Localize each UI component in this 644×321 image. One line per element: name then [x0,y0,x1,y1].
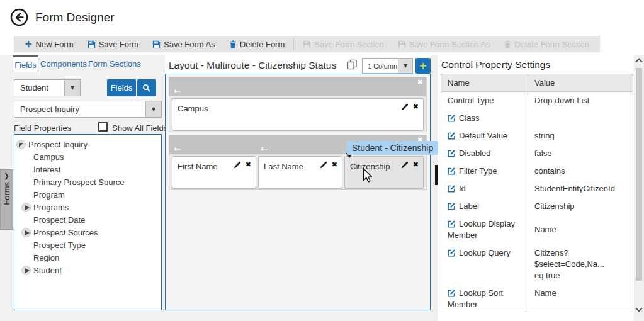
chevron-down-icon[interactable]: ▼ [145,101,161,117]
tab-fields[interactable]: Fields [13,55,38,72]
toolbar-separator [293,38,294,50]
collapse-icon[interactable] [16,140,26,149]
edit-icon[interactable] [401,161,409,169]
copy-icon[interactable] [347,59,358,70]
expand-icon[interactable] [21,228,31,237]
tree-item-primary-prospect-source[interactable]: Primary Prospect Source [14,176,161,188]
property-row-label[interactable]: Label Citizenship [441,198,633,215]
form-section[interactable]: ✖ ← Campus ✖ [169,77,427,132]
add-column-button[interactable]: + [415,58,431,74]
drag-tooltip: Student - Citizenship [347,141,438,155]
expand-icon[interactable] [21,203,31,212]
search-button[interactable] [137,79,156,96]
edit-icon[interactable] [234,161,241,169]
property-row-lookup-query[interactable]: Lookup Query Citizens?$select=Code,Na...… [441,244,633,284]
property-row-class[interactable]: Class [441,110,633,127]
move-left-icon[interactable]: ← [174,86,181,96]
delete-form-button[interactable]: Delete Form [222,36,292,52]
tree-item-prospect-type[interactable]: Prospect Type [14,239,161,251]
property-row-filter-type[interactable]: Filter Type contains [441,162,633,180]
section-header[interactable]: ✖ ← [169,77,426,96]
edit-icon[interactable] [448,184,456,193]
layout-canvas: ✖ ← Campus ✖ ✖ ← ← ← First Name [165,74,431,310]
save-form-button[interactable]: Save Form [81,36,146,52]
search-icon [142,84,151,93]
property-row-id[interactable]: Id StudentEntityCitizenId [441,180,633,198]
edit-icon[interactable] [320,161,327,169]
expand-icon[interactable] [21,266,31,275]
new-form-button[interactable]: + New Form [18,36,81,52]
back-button[interactable] [10,8,28,26]
tree-item-prospect-date[interactable]: Prospect Date [14,213,161,226]
column-header-value: Value [528,74,633,91]
edit-icon[interactable] [448,114,456,122]
edit-icon[interactable] [448,167,456,175]
tree-item-interest[interactable]: Interest [14,163,161,176]
edit-icon[interactable] [448,289,456,297]
delete-icon[interactable]: ✖ [413,103,419,111]
field-last-name[interactable]: Last Name ✖ [258,156,342,189]
toolbar: + New Form Save Form Save Form As Delete… [14,36,600,52]
delete-icon[interactable]: ✖ [246,161,251,169]
tree-item-student[interactable]: Student [14,264,161,276]
tree-item-program[interactable]: Program [14,188,161,201]
delete-icon[interactable]: ✖ [332,161,337,169]
trash-icon [504,40,511,48]
form-dropdown[interactable]: Prospect Inquiry ▼ [14,101,162,118]
close-icon[interactable]: ✖ [417,78,423,86]
tree-item-programs[interactable]: Programs [14,201,161,213]
edit-icon[interactable] [448,220,456,228]
scroll-down-icon[interactable] [635,305,642,312]
property-row-lookup-sort-member[interactable]: Lookup Sort Member Name [441,284,633,312]
form-designer-window: Form Designer + New Form Save Form Save … [0,0,644,321]
layout-title: Layout - Multiroute - Citizenship Status [169,60,336,71]
vertical-scrollbar[interactable] [634,55,644,316]
column-dropdown-value: 1 Column [363,59,398,73]
save-icon [303,40,311,48]
move-left-icon[interactable]: ← [174,144,181,154]
delete-icon[interactable]: ✖ [413,161,419,169]
chevron-right-icon: ❯ [4,172,9,179]
plus-icon: + [25,40,33,48]
column-header-name: Name [441,74,528,91]
tree-item-region[interactable]: Region [14,251,161,264]
field-first-name[interactable]: First Name ✖ [172,156,256,189]
chevron-down-icon[interactable]: ▼ [64,80,80,96]
save-form-section-as-button[interactable]: Save Form Section As [391,36,497,52]
property-row-disabled[interactable]: Disabled false [441,145,633,162]
tree-item-campus[interactable]: Campus [14,150,161,163]
mouse-cursor [363,168,374,183]
show-all-fields-label: Show All Fields [112,123,167,133]
field-campus[interactable]: Campus ✖ [172,98,424,131]
edit-icon[interactable] [448,249,456,257]
entity-dropdown-value: Student [14,80,64,96]
field-tree: Prospect Inquiry Campus Interest Primary… [14,134,162,310]
chevron-down-icon[interactable]: ▼ [398,59,412,73]
delete-form-section-button[interactable]: Delete Form Section [497,36,596,52]
field-citizenship[interactable]: Citizenship ✖ [344,156,424,189]
property-table-header: Name Value [441,74,633,92]
tree-item-prospect-sources[interactable]: Prospect Sources [14,226,161,239]
tab-components[interactable]: Components [40,59,87,69]
entity-dropdown[interactable]: Student ▼ [14,79,81,96]
edit-icon[interactable] [448,132,456,140]
property-row-default-value[interactable]: Default Value string [441,127,633,145]
scroll-up-icon[interactable] [635,58,642,65]
save-icon [88,40,96,48]
move-left-icon[interactable]: ← [261,144,268,154]
save-form-section-button[interactable]: Save Form Section [296,36,391,52]
property-row-control-type[interactable]: Control Type Drop-down List [441,92,633,110]
edit-icon[interactable] [401,103,409,111]
property-row-lookup-display-member[interactable]: Lookup Display Member Name [441,215,633,244]
column-dropdown[interactable]: 1 Column ▼ [362,58,413,74]
save-icon [398,40,406,48]
scrollbar-thumb[interactable] [636,68,642,281]
tree-item-prospect-inquiry[interactable]: Prospect Inquiry [14,138,161,150]
edit-icon[interactable] [448,149,456,157]
forms-panel-tab[interactable]: ❯ Forms [0,169,13,230]
tab-form-sections[interactable]: Form Sections [88,59,141,69]
show-all-fields-checkbox[interactable] [98,122,108,132]
fields-button[interactable]: Fields [107,79,136,96]
edit-icon[interactable] [448,202,456,210]
save-form-as-button[interactable]: Save Form As [145,36,222,52]
